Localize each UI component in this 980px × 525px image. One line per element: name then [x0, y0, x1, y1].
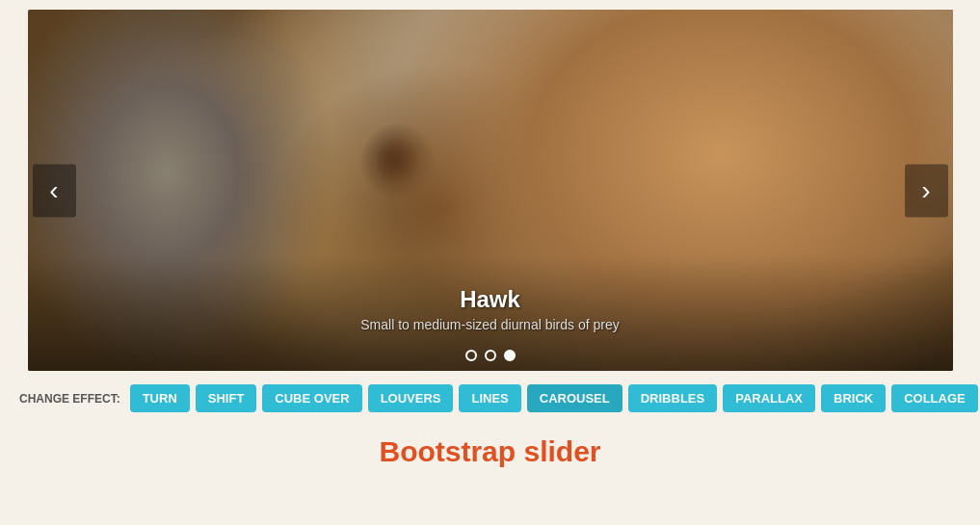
effect-collage-button[interactable]: COLLAGE: [891, 384, 978, 412]
carousel-title: Hawk: [460, 286, 520, 313]
prev-arrow[interactable]: ‹: [33, 164, 76, 217]
effect-brick-button[interactable]: BRICK: [821, 384, 886, 412]
carousel-subtitle: Small to medium-sized diurnal birds of p…: [360, 317, 619, 332]
effect-shift-button[interactable]: SHIFT: [196, 384, 257, 412]
effect-dribbles-button[interactable]: DRIBBLES: [628, 384, 717, 412]
dot-3[interactable]: [504, 350, 516, 361]
next-icon: ›: [921, 175, 930, 206]
dot-1[interactable]: [465, 350, 477, 361]
effects-label: CHANGE EFFECT:: [19, 392, 120, 406]
effect-turn-button[interactable]: TURN: [130, 384, 190, 412]
effect-parallax-button[interactable]: PARALLAX: [723, 384, 815, 412]
next-arrow[interactable]: ›: [905, 164, 948, 217]
effect-carousel-button[interactable]: CAROUSEL: [527, 384, 622, 412]
prev-icon: ‹: [49, 175, 58, 206]
carousel-slide: ‹ › Hawk Small to medium-sized diurnal b…: [28, 10, 953, 371]
effects-row: CHANGE EFFECT: TURN SHIFT CUBE OVER LOUV…: [0, 371, 980, 426]
effect-lines-button[interactable]: LINES: [459, 384, 520, 412]
dot-2[interactable]: [485, 350, 496, 361]
carousel-container: ‹ › Hawk Small to medium-sized diurnal b…: [0, 10, 980, 371]
page-title: Bootstrap slider: [0, 426, 980, 476]
carousel-dots: [465, 350, 516, 361]
effect-cubeover-button[interactable]: CUBE OVER: [262, 384, 361, 412]
effect-louvers-button[interactable]: LOUVERS: [368, 384, 454, 412]
